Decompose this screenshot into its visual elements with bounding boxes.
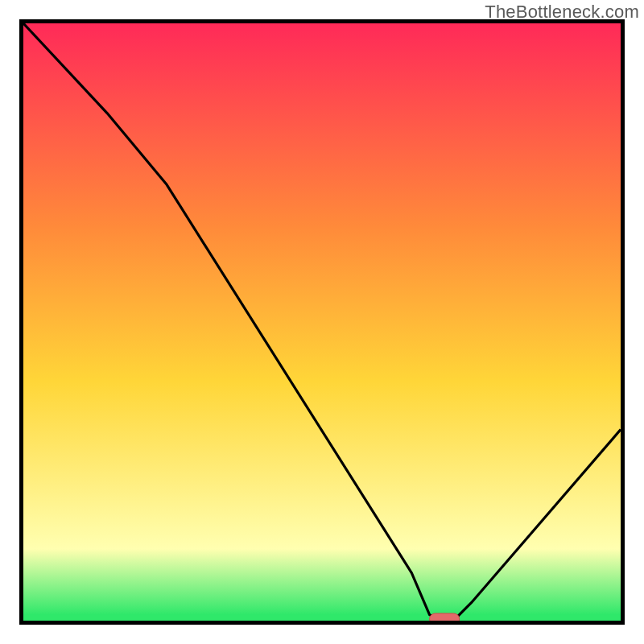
marker-layer: [23, 23, 621, 621]
optimal-marker: [430, 613, 460, 621]
chart-frame: [19, 19, 625, 625]
watermark-text: TheBottleneck.com: [485, 2, 639, 23]
